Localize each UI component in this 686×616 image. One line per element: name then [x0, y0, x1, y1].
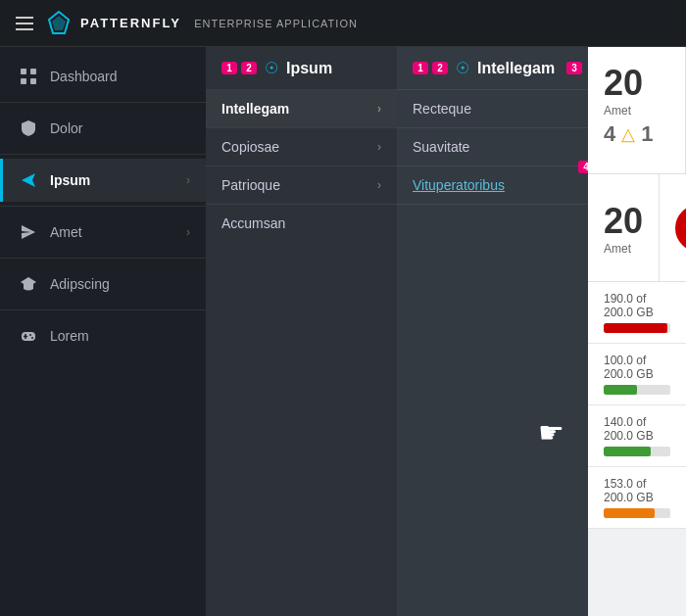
topbar: PATTERNFLY ENTERPRISE APPLICATION	[0, 0, 686, 47]
progress-row-0: 190.0 of 200.0 GB	[588, 282, 686, 344]
sidebar-item-amet[interactable]: Amet ›	[0, 211, 206, 254]
flyout1-title: Ipsum	[286, 60, 332, 77]
warn-count: 1	[641, 121, 653, 147]
svg-rect-4	[21, 78, 26, 84]
logo-icon	[45, 10, 73, 37]
cursor-icon: ☛	[538, 415, 564, 450]
content-second-stats: 20 Amet	[588, 174, 660, 281]
content-second-right	[660, 174, 686, 281]
content-top-stats: 20 Amet 4 △ 1	[588, 47, 686, 174]
progress-fill-0	[604, 323, 667, 333]
plane-icon	[19, 170, 38, 190]
sidebar-label-amet: Amet	[50, 224, 174, 240]
sidebar-divider-4	[0, 258, 206, 259]
progress-label-2: 140.0 of 200.0 GB	[604, 415, 670, 443]
flyout1-item-copiosae[interactable]: Copiosae ›	[206, 128, 397, 166]
flyout2-badge-1: 1	[413, 62, 428, 74]
menu-button[interactable]	[16, 17, 33, 30]
flyout1-item-accumsan[interactable]: Accumsan	[206, 205, 397, 242]
shield-icon	[19, 118, 38, 138]
amet-chevron-icon: ›	[186, 225, 190, 239]
progress-fill-3	[604, 508, 655, 518]
flyout2-badges: 1 2	[413, 62, 448, 74]
content-top-row: 20 Amet 4 △ 1	[588, 47, 686, 174]
progress-bg-3	[604, 508, 670, 518]
progress-fill-1	[604, 385, 637, 395]
warning-icon: △	[621, 123, 635, 145]
flyout1-chevron-copiosae: ›	[377, 140, 381, 154]
flyout1-badge-2: 2	[241, 62, 257, 74]
flyout1-label-intellegam: Intellegam	[221, 101, 289, 117]
progress-section: 190.0 of 200.0 GB 100.0 of 200.0 GB 140.…	[588, 282, 686, 529]
top-big-number: 20	[604, 63, 669, 104]
flyout2-item-suavitate[interactable]: Suavitate	[397, 128, 588, 166]
progress-bg-1	[604, 385, 670, 395]
sidebar-divider-2	[0, 154, 206, 155]
flyout1-header: 1 2 ☉ Ipsum	[206, 47, 397, 90]
flyout1-item-intellegam[interactable]: Intellegam ›	[206, 90, 397, 128]
flyout-panel-ipsum: 1 2 ☉ Ipsum Intellegam › Copiosae › Patr…	[206, 47, 397, 616]
sidebar-item-lorem[interactable]: Lorem	[0, 314, 206, 357]
flyout2-label-vituperatoribus: Vituperatoribus	[413, 177, 505, 193]
flyout1-badge-1: 1	[221, 62, 237, 74]
progress-row-1: 100.0 of 200.0 GB	[588, 344, 686, 405]
brand-name: PATTERNFLY ENTERPRISE APPLICATION	[80, 16, 358, 30]
progress-bg-2	[604, 447, 670, 456]
top-label: Amet	[604, 104, 669, 118]
progress-bg-0	[604, 323, 670, 333]
app-subtitle: ENTERPRISE APPLICATION	[194, 18, 358, 29]
flyout2-badge-2: 2	[432, 62, 448, 74]
svg-rect-2	[21, 69, 26, 74]
flyout2-label-recteque: Recteque	[413, 101, 471, 117]
sidebar: Dashboard Dolor Ipsum ›	[0, 47, 206, 616]
sidebar-label-dashboard: Dashboard	[50, 69, 190, 84]
second-big-number: 20	[604, 201, 643, 242]
sidebar-label-lorem: Lorem	[50, 328, 190, 344]
sidebar-item-ipsum[interactable]: Ipsum ›	[0, 159, 206, 202]
flyout-panel-intellegam: 1 2 ☉ Intellegam 3 Recteque Suavitate Vi…	[397, 47, 588, 616]
svg-rect-3	[30, 69, 36, 74]
sidebar-divider-3	[0, 206, 206, 207]
sidebar-item-dashboard[interactable]: Dashboard	[0, 55, 206, 98]
flyout1-header-icon: ☉	[265, 59, 278, 77]
flyout1-badges: 1 2	[221, 62, 257, 74]
svg-rect-5	[30, 78, 36, 84]
progress-label-1: 100.0 of 200.0 GB	[604, 354, 670, 381]
paper-plane-icon	[19, 222, 38, 242]
svg-marker-1	[52, 16, 66, 30]
flyout2-item-vituperatoribus[interactable]: Vituperatoribus 4	[397, 166, 588, 205]
main-layout: Dashboard Dolor Ipsum ›	[0, 47, 686, 616]
progress-row-2: 140.0 of 200.0 GB	[588, 405, 686, 467]
sidebar-label-adipscing: Adipscing	[50, 276, 190, 292]
red-status-circle	[675, 205, 686, 252]
progress-label-3: 153.0 of 200.0 GB	[604, 477, 670, 504]
svg-point-10	[29, 334, 31, 336]
sidebar-label-ipsum: Ipsum	[50, 172, 174, 188]
sidebar-item-dolor[interactable]: Dolor	[0, 107, 206, 150]
flyout1-chevron-patrioque: ›	[377, 178, 381, 192]
sidebar-label-dolor: Dolor	[50, 120, 190, 136]
flyout1-chevron-intellegam: ›	[377, 102, 381, 116]
progress-label-0: 190.0 of 200.0 GB	[604, 292, 670, 319]
gamepad-icon	[19, 326, 38, 346]
flyout2-title: Intellegam	[477, 60, 555, 77]
sidebar-item-adipscing[interactable]: Adipscing	[0, 262, 206, 306]
flyout2-item-recteque[interactable]: Recteque	[397, 90, 588, 128]
graduation-icon	[19, 274, 38, 294]
flyout2-header-icon: ☉	[456, 59, 469, 77]
grid-icon	[19, 67, 38, 86]
alert-row: 4 △ 1	[604, 121, 669, 147]
brand-logo: PATTERNFLY ENTERPRISE APPLICATION	[45, 10, 358, 37]
flyout2-header: 1 2 ☉ Intellegam 3	[397, 47, 588, 90]
sidebar-divider-1	[0, 102, 206, 103]
flyout1-label-accumsan: Accumsan	[221, 215, 285, 231]
progress-row-3: 153.0 of 200.0 GB	[588, 467, 686, 529]
second-label: Amet	[604, 242, 643, 256]
flyout1-item-patrioque[interactable]: Patrioque ›	[206, 166, 397, 205]
flyout2-label-suavitate: Suavitate	[413, 139, 469, 155]
flyout1-label-patrioque: Patrioque	[221, 177, 280, 193]
ipsum-chevron-icon: ›	[186, 173, 190, 187]
flyout1-label-copiosae: Copiosae	[221, 139, 279, 155]
flyout2-badge-3: 3	[566, 62, 582, 74]
alert-number: 4	[604, 121, 615, 147]
